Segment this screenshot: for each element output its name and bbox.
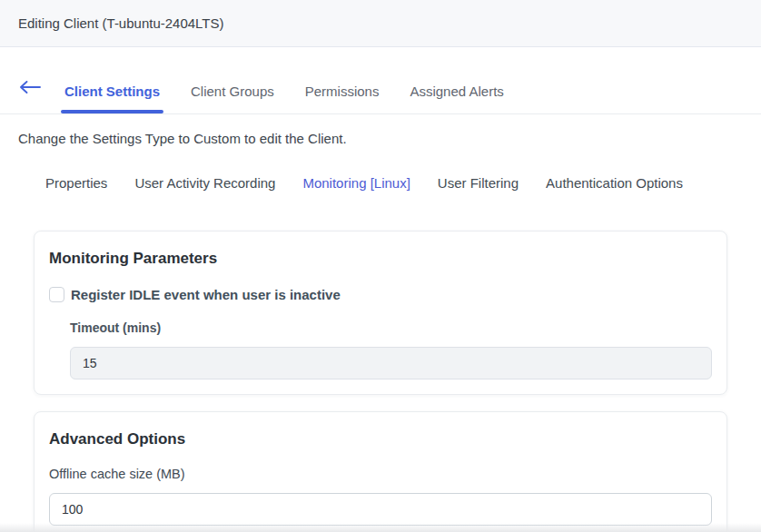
subtab-user-filtering[interactable]: User Filtering bbox=[438, 172, 519, 194]
advanced-options-card: Advanced Options Offline cache size (MB) bbox=[34, 411, 727, 532]
timeout-input[interactable] bbox=[70, 347, 712, 379]
register-idle-label: Register IDLE event when user is inactiv… bbox=[71, 287, 341, 302]
settings-type-notice: Change the Settings Type to Custom to ed… bbox=[18, 131, 743, 146]
advanced-options-title: Advanced Options bbox=[49, 430, 712, 448]
main-tab-bar: Client Settings Client Groups Permission… bbox=[0, 71, 761, 114]
subtab-authentication-options[interactable]: Authentication Options bbox=[546, 172, 683, 194]
back-button[interactable] bbox=[18, 71, 41, 113]
tab-assigned-alerts[interactable]: Assigned Alerts bbox=[408, 74, 505, 113]
cards-container: Monitoring Parameters Register IDLE even… bbox=[0, 231, 761, 532]
tab-client-groups[interactable]: Client Groups bbox=[189, 74, 276, 113]
tab-client-settings[interactable]: Client Settings bbox=[63, 74, 162, 113]
timeout-group: Timeout (mins) bbox=[70, 320, 712, 379]
subtab-user-activity-recording[interactable]: User Activity Recording bbox=[134, 172, 275, 194]
monitoring-parameters-title: Monitoring Parameters bbox=[49, 250, 712, 268]
page-title: Editing Client (T-ubuntu-2404LTS) bbox=[18, 15, 224, 31]
arrow-left-icon bbox=[18, 80, 41, 98]
subtab-properties[interactable]: Properties bbox=[45, 172, 107, 194]
settings-subtab-bar: Properties User Activity Recording Monit… bbox=[0, 172, 761, 194]
subtab-monitoring-linux[interactable]: Monitoring [Linux] bbox=[302, 172, 410, 194]
offline-cache-label: Offline cache size (MB) bbox=[49, 467, 712, 481]
monitoring-parameters-card: Monitoring Parameters Register IDLE even… bbox=[34, 231, 727, 395]
register-idle-checkbox[interactable] bbox=[49, 287, 64, 302]
timeout-label: Timeout (mins) bbox=[70, 320, 712, 335]
editing-client-page: Editing Client (T-ubuntu-2404LTS) Client… bbox=[0, 0, 761, 532]
tab-permissions[interactable]: Permissions bbox=[303, 74, 381, 113]
offline-cache-input[interactable] bbox=[49, 493, 712, 526]
register-idle-row: Register IDLE event when user is inactiv… bbox=[49, 287, 712, 302]
offline-cache-group: Offline cache size (MB) bbox=[49, 467, 712, 526]
titlebar: Editing Client (T-ubuntu-2404LTS) bbox=[0, 0, 761, 47]
